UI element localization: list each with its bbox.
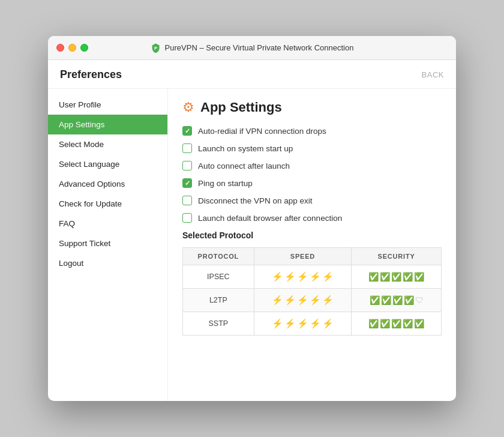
check-icon: ✅ [370, 295, 380, 305]
check-icon: ✅ [381, 295, 391, 305]
svg-text:P: P [154, 46, 157, 51]
checkbox-auto-connect-box[interactable] [182, 161, 192, 170]
main-content: User Profile App Settings Select Mode Se… [48, 89, 456, 401]
bolt-icon-dim: ⚡ [322, 271, 334, 282]
panel-title: App Settings [200, 100, 282, 115]
bolt-icon-dim: ⚡ [297, 318, 308, 329]
check-icon: ✅ [404, 295, 414, 305]
speed-l2tp: ⚡ ⚡ ⚡ ⚡ ⚡ [254, 289, 351, 312]
checkbox-disconnect-exit-label: Disconnect the VPN on app exit [198, 196, 313, 205]
bolt-icon: ⚡ [310, 295, 321, 306]
checkbox-auto-connect-label: Auto connect after launch [198, 161, 290, 170]
titlebar-title: P PureVPN – Secure Virtual Private Netwo… [151, 43, 354, 53]
bolt-icon: ⚡ [297, 295, 308, 306]
check-icon: ✅ [403, 272, 413, 282]
sidebar-item-advanced-options[interactable]: Advanced Options [48, 174, 167, 194]
speed-icons-sstp: ⚡ ⚡ ⚡ ⚡ ⚡ [262, 318, 344, 329]
bolt-icon-dim: ⚡ [297, 271, 308, 282]
app-window: P PureVPN – Secure Virtual Private Netwo… [48, 36, 456, 401]
sidebar-item-faq[interactable]: FAQ [48, 214, 167, 234]
bolt-icon: ⚡ [284, 271, 296, 282]
security-l2tp: ✅ ✅ ✅ ✅ 🛡 [352, 289, 442, 312]
bolt-icon: ⚡ [272, 295, 283, 306]
checkbox-ping-startup-label: Ping on startup [198, 179, 253, 188]
check-icon: ✅ [368, 272, 379, 282]
speed-sstp: ⚡ ⚡ ⚡ ⚡ ⚡ [254, 312, 351, 336]
check-icon: ✅ [414, 272, 424, 282]
purevpn-logo-icon: P [151, 43, 161, 53]
sidebar-item-app-settings[interactable]: App Settings [48, 115, 167, 134]
security-ipsec: ✅ ✅ ✅ ✅ ✅ [352, 265, 442, 289]
sidebar-item-select-mode[interactable]: Select Mode [48, 134, 167, 154]
shield-empty-icon: 🛡 [415, 295, 424, 305]
protocol-sstp: SSTP [183, 312, 254, 336]
col-header-security: SECURITY [352, 248, 442, 265]
bolt-icon: ⚡ [284, 318, 296, 329]
checkbox-ping-startup[interactable]: Ping on startup [182, 178, 442, 188]
speed-icons-l2tp: ⚡ ⚡ ⚡ ⚡ ⚡ [262, 295, 344, 306]
security-icons-l2tp: ✅ ✅ ✅ ✅ 🛡 [359, 295, 434, 305]
sidebar-item-select-language[interactable]: Select Language [48, 154, 167, 174]
protocol-table: PROTOCOL SPEED SECURITY IPSEC ⚡ [182, 247, 442, 336]
bolt-icon: ⚡ [284, 295, 296, 306]
preferences-header: Preferences BACK [48, 60, 456, 89]
checkbox-launch-browser-label: Launch default browser after connection [198, 214, 342, 223]
checkbox-ping-startup-box[interactable] [182, 178, 192, 188]
sidebar-item-logout[interactable]: Logout [48, 253, 167, 273]
protocol-section-title: Selected Protocol [182, 231, 442, 240]
bolt-icon: ⚡ [272, 271, 283, 282]
col-header-protocol: PROTOCOL [183, 248, 254, 265]
bolt-icon-dim: ⚡ [322, 295, 334, 306]
checkbox-launch-browser[interactable]: Launch default browser after connection [182, 213, 442, 223]
protocol-l2tp: L2TP [183, 289, 254, 312]
bolt-icon-dim: ⚡ [322, 318, 334, 329]
security-sstp: ✅ ✅ ✅ ✅ ✅ [352, 312, 442, 336]
sidebar-item-user-profile[interactable]: User Profile [48, 95, 167, 115]
checkbox-launch-startup-box[interactable] [182, 143, 192, 153]
sidebar-item-support-ticket[interactable]: Support Ticket [48, 234, 167, 253]
security-icons-sstp: ✅ ✅ ✅ ✅ ✅ [359, 319, 434, 328]
speed-icons-ipsec: ⚡ ⚡ ⚡ ⚡ ⚡ [262, 271, 344, 282]
preferences-title: Preferences [60, 68, 122, 81]
checkbox-auto-redial[interactable]: Auto-redial if VPN connection drops [182, 126, 442, 136]
gear-icon: ⚙ [182, 100, 194, 115]
checkbox-auto-redial-box[interactable] [182, 126, 192, 136]
protocol-ipsec: IPSEC [183, 265, 254, 289]
maximize-button[interactable] [80, 44, 88, 52]
check-icon: ✅ [368, 319, 379, 328]
titlebar: P PureVPN – Secure Virtual Private Netwo… [48, 36, 456, 60]
bolt-icon-dim: ⚡ [310, 318, 321, 329]
table-row[interactable]: SSTP ⚡ ⚡ ⚡ ⚡ ⚡ [183, 312, 442, 336]
close-button[interactable] [56, 44, 64, 52]
check-icon: ✅ [380, 319, 390, 328]
speed-ipsec: ⚡ ⚡ ⚡ ⚡ ⚡ [254, 265, 351, 289]
checkbox-disconnect-exit[interactable]: Disconnect the VPN on app exit [182, 196, 442, 205]
checkbox-auto-redial-label: Auto-redial if VPN connection drops [198, 127, 326, 136]
panel-header: ⚙ App Settings [182, 100, 442, 115]
sidebar: User Profile App Settings Select Mode Se… [48, 89, 168, 401]
table-row[interactable]: IPSEC ⚡ ⚡ ⚡ ⚡ ⚡ [183, 265, 442, 289]
settings-panel: ⚙ App Settings Auto-redial if VPN connec… [168, 89, 456, 401]
checkbox-launch-startup[interactable]: Launch on system start up [182, 143, 442, 153]
security-icons-ipsec: ✅ ✅ ✅ ✅ ✅ [359, 272, 434, 282]
check-icon: ✅ [380, 272, 390, 282]
sidebar-item-check-for-update[interactable]: Check for Update [48, 194, 167, 214]
bolt-icon: ⚡ [272, 318, 283, 329]
col-header-speed: SPEED [254, 248, 351, 265]
check-icon: ✅ [391, 319, 401, 328]
checkbox-auto-connect[interactable]: Auto connect after launch [182, 161, 442, 170]
table-row[interactable]: L2TP ⚡ ⚡ ⚡ ⚡ ⚡ [183, 289, 442, 312]
back-button[interactable]: BACK [422, 70, 444, 79]
checkbox-launch-browser-box[interactable] [182, 213, 192, 223]
check-icon: ✅ [392, 295, 403, 305]
bolt-icon-dim: ⚡ [310, 271, 321, 282]
checkbox-disconnect-exit-box[interactable] [182, 196, 192, 205]
checkbox-launch-startup-label: Launch on system start up [198, 144, 293, 153]
check-icon: ✅ [414, 319, 424, 328]
content-area: Preferences BACK User Profile App Settin… [48, 60, 456, 401]
minimize-button[interactable] [68, 44, 76, 52]
check-icon: ✅ [391, 272, 401, 282]
traffic-lights [56, 44, 88, 52]
check-icon: ✅ [403, 319, 413, 328]
